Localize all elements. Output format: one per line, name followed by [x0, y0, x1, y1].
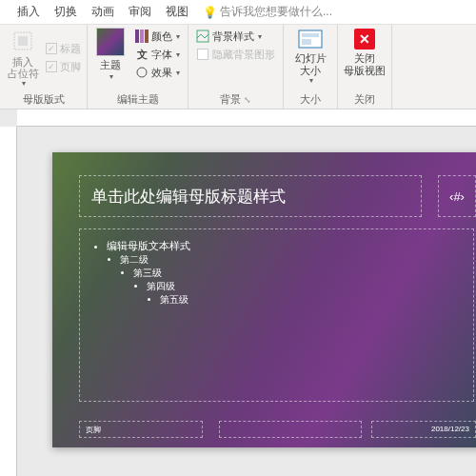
body-level-1: 编辑母版文本样式 [107, 240, 190, 251]
svg-rect-4 [145, 30, 149, 43]
themes-label: 主题 [100, 58, 121, 72]
effects-label: 效果 [151, 66, 172, 80]
tab-review[interactable]: 审阅 [129, 4, 151, 20]
title-placeholder[interactable]: 单击此处编辑母版标题样式 [79, 175, 422, 217]
ribbon-tabbar: 插入 切换 动画 审阅 视图 💡 告诉我您想要做什么... [0, 0, 476, 25]
group-label-layout: 母版版式 [6, 90, 81, 107]
dialog-launcher-icon[interactable]: ⤡ [244, 95, 251, 105]
theme-thumbnail-icon [96, 28, 125, 56]
list-item: 编辑母版文本样式 第二级 第三级 第四级 第五级 [107, 239, 460, 307]
fonts-button[interactable]: 文字体▾ [133, 46, 182, 63]
group-label-background: 背景 ⤡ [194, 90, 277, 107]
title-prompt: 单击此处编辑母版标题样式 [91, 188, 286, 206]
close-master-view-button[interactable]: ✕ 关闭 母版视图 [344, 28, 386, 76]
background-styles-button[interactable]: 背景样式▾ [194, 28, 277, 45]
group-size: 幻灯片 大小 ▾ 大小 [284, 25, 338, 109]
checkbox-icon: ✓ [46, 61, 57, 72]
svg-point-5 [137, 68, 147, 77]
footer-text: 页脚 [86, 426, 101, 434]
ribbon: 插入 占位符 ▾ ✓标题 ✓页脚 母版版式 主题 ▾ 颜色▾ 文字体▾ 效果▾ … [0, 25, 476, 109]
colors-button[interactable]: 颜色▾ [133, 28, 182, 45]
group-label-close: 关闭 [344, 90, 386, 107]
svg-rect-9 [302, 33, 319, 37]
slide-workspace: 单击此处编辑母版标题样式 ‹#› 编辑母版文本样式 第二级 第三级 第四级 第五… [0, 109, 476, 476]
group-label-size: 大小 [289, 90, 331, 107]
chevron-down-icon: ▾ [176, 50, 180, 59]
slide-size-button[interactable]: 幻灯片 大小 ▾ [289, 28, 331, 85]
body-level-4: 第四级 [147, 281, 175, 291]
group-label-theme: 编辑主题 [93, 90, 182, 107]
insert-placeholder-button: 插入 占位符 ▾ [6, 28, 40, 88]
checkbox-icon: ✓ [46, 43, 57, 54]
list-item: 第四级 第五级 [147, 280, 460, 307]
group-background: 背景样式▾ 隐藏背景图形 背景 ⤡ [188, 25, 284, 109]
placeholder-icon [10, 28, 36, 54]
tell-me-label: 告诉我您想要做什么... [220, 4, 332, 20]
svg-rect-2 [135, 30, 139, 43]
background-styles-label: 背景样式 [212, 30, 254, 44]
chevron-down-icon: ▾ [176, 69, 180, 77]
tell-me-search[interactable]: 💡 告诉我您想要做什么... [203, 4, 332, 20]
group-edit-theme: 主题 ▾ 颜色▾ 文字体▾ 效果▾ 编辑主题 [88, 25, 188, 109]
group-master-layout: 插入 占位符 ▾ ✓标题 ✓页脚 母版版式 [0, 25, 88, 109]
fonts-label: 字体 [151, 48, 172, 62]
tab-animation[interactable]: 动画 [91, 4, 114, 20]
background-styles-icon [196, 30, 209, 43]
chevron-down-icon: ▾ [258, 32, 262, 41]
checkbox-title: ✓标题 [46, 42, 81, 56]
svg-rect-3 [140, 30, 144, 43]
body-level-5: 第五级 [160, 294, 188, 305]
checkbox-title-label: 标题 [60, 42, 81, 56]
group-close: ✕ 关闭 母版视图 关闭 [338, 25, 392, 109]
horizontal-ruler[interactable] [17, 109, 476, 127]
slide-number-placeholder[interactable]: ‹#› [438, 175, 476, 217]
list-item: 第五级 [160, 293, 460, 307]
lightbulb-icon: 💡 [203, 6, 217, 19]
themes-button[interactable]: 主题 ▾ [93, 28, 128, 81]
tab-transition[interactable]: 切换 [54, 4, 77, 20]
vertical-ruler[interactable] [0, 127, 17, 476]
slide-size-icon [297, 28, 324, 50]
chevron-down-icon: ▾ [22, 79, 26, 88]
body-level-2: 第二级 [120, 254, 149, 265]
list-item: 第三级 第四级 第五级 [133, 267, 460, 307]
close-icon: ✕ [351, 28, 378, 50]
chevron-down-icon: ▾ [309, 76, 313, 85]
checkbox-icon [196, 48, 209, 61]
svg-rect-1 [18, 36, 28, 46]
body-level-3: 第三级 [133, 268, 162, 278]
date-placeholder[interactable]: 2018/12/23 [371, 421, 476, 438]
slide-master[interactable]: 单击此处编辑母版标题样式 ‹#› 编辑母版文本样式 第二级 第三级 第四级 第五… [52, 152, 476, 447]
tab-view[interactable]: 视图 [166, 4, 188, 20]
slide-number: ‹#› [449, 189, 465, 204]
fonts-icon: 文 [135, 48, 149, 61]
chevron-down-icon: ▾ [176, 32, 180, 41]
checkbox-footer-label: 页脚 [60, 60, 81, 74]
date-text: 2018/12/23 [431, 425, 469, 433]
svg-rect-7 [198, 50, 208, 60]
close-master-label: 关闭 母版视图 [344, 52, 386, 76]
slide-size-label: 幻灯片 大小 [295, 52, 327, 76]
checkbox-footer: ✓页脚 [46, 60, 81, 74]
effects-button[interactable]: 效果▾ [133, 64, 182, 81]
tab-insert[interactable]: 插入 [17, 4, 40, 20]
list-item: 第二级 第三级 第四级 第五级 [120, 253, 460, 307]
footer-left-placeholder[interactable]: 页脚 [79, 421, 203, 438]
hide-background-label: 隐藏背景图形 [212, 48, 275, 62]
colors-label: 颜色 [151, 30, 172, 44]
footer-center-placeholder[interactable] [219, 421, 362, 438]
insert-placeholder-label: 插入 占位符 [8, 56, 39, 79]
effects-icon [135, 66, 149, 79]
svg-rect-10 [302, 39, 311, 45]
chevron-down-icon: ▾ [109, 72, 113, 81]
body-placeholder[interactable]: 编辑母版文本样式 第二级 第三级 第四级 第五级 [79, 228, 474, 402]
hide-background-checkbox: 隐藏背景图形 [194, 46, 277, 63]
colors-icon [135, 30, 149, 43]
